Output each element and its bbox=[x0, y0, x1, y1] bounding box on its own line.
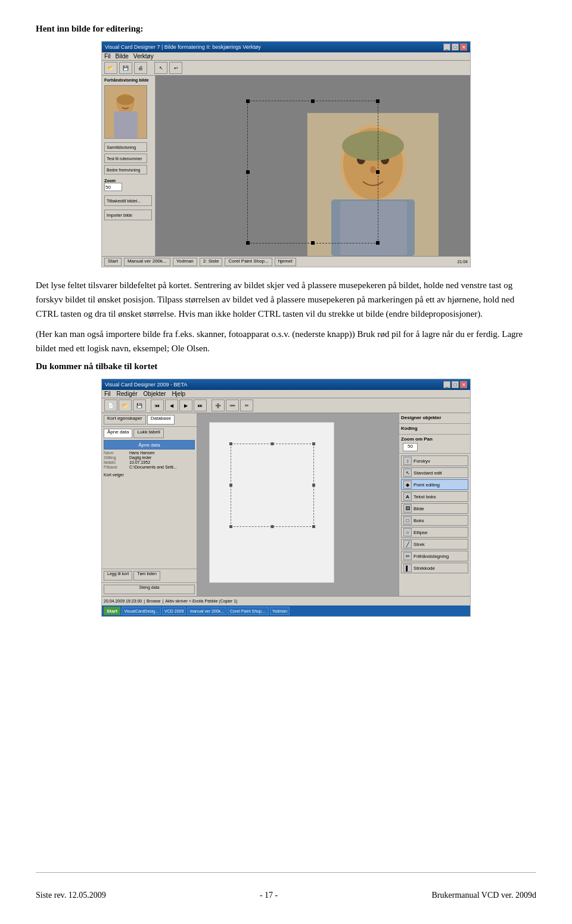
vcd-menu-fil[interactable]: Fil bbox=[104, 391, 111, 397]
vcd-tb-del[interactable]: ➖ bbox=[226, 399, 239, 411]
koding-title: Koding bbox=[401, 426, 468, 431]
vcd-minimize[interactable]: _ bbox=[443, 381, 450, 388]
tilbakestill-btn-wrap: Tilbakestill bildet... bbox=[104, 195, 153, 206]
vcd-tb-new[interactable]: 📄 bbox=[104, 399, 117, 411]
status-yodman[interactable]: Yodman bbox=[173, 258, 197, 266]
vcd-win-controls[interactable]: _ □ ✕ bbox=[443, 381, 467, 388]
sel-handle-br[interactable] bbox=[312, 525, 315, 528]
vcd-maximize[interactable]: □ bbox=[452, 381, 459, 388]
tb-btn-3[interactable]: 🖨 bbox=[134, 62, 147, 74]
vcd-menu-objekter[interactable]: Objekter bbox=[144, 391, 166, 397]
frihånd-icon: ✏ bbox=[403, 552, 412, 560]
handle-tl[interactable] bbox=[246, 99, 250, 103]
minimize-btn[interactable]: _ bbox=[443, 43, 450, 51]
vcd-toolbar: 📄 📂 💾 ⏮ ◀ ▶ ⏭ ➕ ➖ ✏ bbox=[102, 398, 470, 413]
zoom-section: Zoom 50 bbox=[104, 179, 153, 191]
tool-boks[interactable]: □ Boks bbox=[401, 515, 468, 526]
sel-handle-tr[interactable] bbox=[312, 442, 315, 445]
steng-data-btn[interactable]: Steng data bbox=[104, 585, 195, 594]
tom-listen-btn[interactable]: Tøm listen bbox=[133, 571, 160, 580]
vcd-tb-last[interactable]: ⏭ bbox=[194, 399, 207, 411]
vcd-tb-prev[interactable]: ⏮ bbox=[151, 399, 164, 411]
tb-btn-cursor[interactable]: ↖ bbox=[154, 62, 167, 74]
zoom-value-right[interactable]: 50 bbox=[403, 443, 418, 451]
tb-btn-1[interactable]: 📂 bbox=[104, 62, 117, 74]
close-btn[interactable]: ✕ bbox=[460, 43, 467, 51]
tool-point-editing[interactable]: ◆ Point editing bbox=[401, 479, 468, 490]
sel-handle-ml[interactable] bbox=[229, 484, 232, 487]
vcd-tb-fwd[interactable]: ▶ bbox=[179, 399, 192, 411]
sel-handle-mr[interactable] bbox=[312, 484, 315, 487]
vcd-menu-hjelp[interactable]: Hjelp bbox=[172, 391, 185, 397]
taskbar-vcd2009[interactable]: VCD 2009 bbox=[162, 607, 186, 615]
menu-verktoy[interactable]: Verktøy bbox=[133, 53, 154, 60]
tab-kort-egenskaper[interactable]: Kort egenskaper bbox=[104, 415, 146, 424]
handle-bm[interactable] bbox=[311, 241, 315, 245]
svg-rect-6 bbox=[114, 111, 138, 138]
tb-btn-2[interactable]: 💾 bbox=[119, 62, 132, 74]
tool-strekkode[interactable]: ▌ Strekkode bbox=[401, 563, 468, 573]
win1-canvas bbox=[156, 76, 470, 256]
tilbakestill-btn[interactable]: Tilbakestill bildet... bbox=[104, 195, 152, 206]
subtab-lukk[interactable]: Lukk tabeli bbox=[133, 429, 163, 438]
win1-controls[interactable]: _ □ ✕ bbox=[443, 43, 467, 51]
taskbar-yodman[interactable]: Yodman bbox=[270, 607, 290, 615]
vcd-tb-edit[interactable]: ✏ bbox=[240, 399, 253, 411]
sel-handle-tm[interactable] bbox=[271, 442, 274, 445]
start-btn1[interactable]: Start bbox=[104, 258, 122, 266]
vcd-tb-back[interactable]: ◀ bbox=[165, 399, 178, 411]
vcd-close[interactable]: ✕ bbox=[460, 381, 467, 388]
section-title: Hent inn bilde for editering: bbox=[36, 24, 536, 34]
handle-br[interactable] bbox=[376, 241, 380, 245]
zoom-pan-section: Zoom om Pan 50 bbox=[399, 435, 470, 454]
legg-til-kort-btn[interactable]: Legg til kort bbox=[104, 571, 132, 580]
status-manual[interactable]: Manual ver 200k... bbox=[124, 258, 170, 266]
zoom-label: Zoom bbox=[104, 179, 153, 183]
importer-btn[interactable]: Importer bilde bbox=[104, 210, 152, 220]
maximize-btn[interactable]: □ bbox=[452, 43, 459, 51]
tool-forskyv[interactable]: ↕ Forskyv bbox=[401, 455, 468, 466]
tb-btn-undo[interactable]: ↩ bbox=[169, 62, 182, 74]
handle-ml[interactable] bbox=[246, 170, 250, 174]
status-sistesl[interactable]: 2: Siste bbox=[200, 258, 223, 266]
sel-handle-tl[interactable] bbox=[229, 442, 232, 445]
taskbar-manual[interactable]: manual ver 200k... bbox=[187, 607, 226, 615]
tool-frihånd[interactable]: ✏ Frilhåndstegning bbox=[401, 551, 468, 561]
handle-tr[interactable] bbox=[376, 99, 380, 103]
tool-bilde[interactable]: 🖼 Bilde bbox=[401, 503, 468, 514]
zoom-input[interactable]: 50 bbox=[104, 183, 122, 191]
subtab-apne[interactable]: Åpne data bbox=[104, 429, 132, 438]
tool-standard-edit[interactable]: ↖ Standard edit bbox=[401, 467, 468, 478]
handle-tm[interactable] bbox=[311, 99, 315, 103]
tab-database[interactable]: Database bbox=[147, 415, 175, 424]
sel-handle-bl[interactable] bbox=[229, 525, 232, 528]
tool-strek[interactable]: ╱ Strek bbox=[401, 539, 468, 550]
taskbar-corel[interactable]: Corel Paint Shop.... bbox=[228, 607, 269, 615]
paragraph1: Det lyse feltet tilsvarer bildefeltet på… bbox=[36, 278, 536, 321]
win1-sidebar: Forhåndsvisning bilde bbox=[102, 76, 156, 256]
menu-fil[interactable]: Fil bbox=[104, 53, 111, 60]
vcd-tb-add[interactable]: ➕ bbox=[212, 399, 225, 411]
status-corel[interactable]: Corel Paint Shop... bbox=[225, 258, 272, 266]
vcd-menu-rediger[interactable]: Redigér bbox=[117, 391, 138, 397]
zoom-pan-title: Zoom om Pan bbox=[401, 436, 468, 442]
taskbar-start-btn[interactable]: Start bbox=[104, 607, 120, 615]
vcd-menubar: Fil Redigér Objekter Hjelp bbox=[102, 390, 470, 398]
taskbar-visual[interactable]: VisualCardDesig... bbox=[122, 607, 161, 615]
vcd-tb-open[interactable]: 📂 bbox=[119, 399, 132, 411]
apne-data-btn[interactable]: Åpne data bbox=[104, 440, 195, 449]
fest-til-btn[interactable]: Test til rutenummer bbox=[104, 154, 147, 163]
tool-ellipse[interactable]: ○ Ellipse bbox=[401, 527, 468, 538]
vcd-tb-save[interactable]: 💾 bbox=[133, 399, 146, 411]
win1-statusbar: Start Manual ver 200k... Yodman 2: Siste… bbox=[102, 256, 470, 267]
bedre-fremvisning-btn[interactable]: Bedre fremvisning bbox=[104, 165, 147, 174]
status-hjem[interactable]: hjemet bbox=[275, 258, 296, 266]
menu-bilde[interactable]: Bilde bbox=[116, 53, 129, 60]
handle-bl[interactable] bbox=[246, 241, 250, 245]
handle-mr[interactable] bbox=[376, 170, 380, 174]
value-navn: Hans Hansen bbox=[129, 451, 154, 455]
tool-tekst-boks[interactable]: A Tekst boks bbox=[401, 491, 468, 502]
sel-handle-bm[interactable] bbox=[271, 525, 274, 528]
sanntidsvisning-btn[interactable]: Sanntidsvisning bbox=[104, 142, 147, 152]
statusbar-sep2: | bbox=[162, 599, 163, 603]
